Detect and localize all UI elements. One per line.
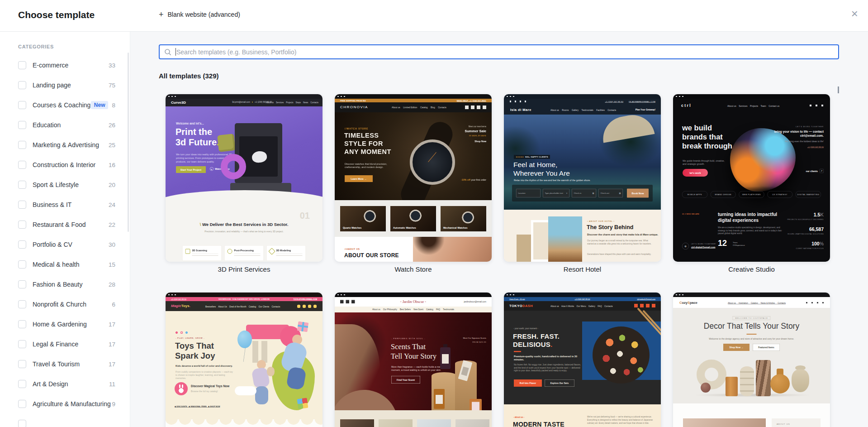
hero-title-line1: Scents That [391, 342, 436, 351]
hero-title: FRESH. FAST. DELISIOUS. [513, 332, 560, 349]
category-ecommerce[interactable]: E-commerce33 [0, 55, 130, 75]
search-input[interactable]: Search templates (e.g. Business, Portfol… [159, 44, 839, 59]
category-construction[interactable]: Construction & Interior16 [0, 155, 130, 175]
cube-graphic [217, 134, 236, 152]
logo-part2: Toys [181, 304, 190, 308]
category-count: 8 [112, 102, 115, 109]
template-card-jardin-obscur[interactable]: - Jardin Obscur - jardinobscur@email.com… [335, 293, 492, 427]
templates-grid: Curve3D 3d.print@email.com +1 (234) 567 … [166, 94, 830, 427]
hero-title-accent: . [550, 341, 552, 349]
hero-title-line1: Print the [175, 126, 219, 137]
categories-sidebar: CATEGORIES E-commerce33 Landing page75 C… [0, 31, 130, 427]
template-card-resort-hotel[interactable]: +1 (234) 567 89 90 ISLADIMARE@EMAIL.COM … [504, 94, 661, 262]
checkin-label: Check-in [574, 192, 582, 194]
checkbox[interactable] [18, 201, 26, 209]
category-marketing[interactable]: Marketing & Advertising25 [0, 135, 130, 155]
category-agriculture[interactable]: Agriculture & Manufacturing9 [0, 394, 130, 414]
section-number: 01 [300, 211, 310, 221]
template-card-cozyspace[interactable]: CozySpace About us Inspiration Catalog N… [673, 293, 830, 427]
category-business-it[interactable]: Business & IT24 [0, 195, 130, 215]
category-art-design[interactable]: Art & Design11 [0, 374, 130, 394]
perfume-bottle [434, 389, 445, 409]
checkbox[interactable] [18, 380, 26, 388]
bunny-icon [175, 382, 188, 395]
checkbox[interactable] [18, 420, 26, 427]
feature-label: Post-Processing [234, 249, 254, 252]
hero-title-line2: DELISIOUS [513, 341, 550, 349]
checkbox[interactable] [18, 340, 26, 348]
checkbox[interactable] [18, 360, 26, 368]
checkbox[interactable] [18, 61, 26, 69]
checkbox[interactable] [18, 121, 26, 129]
checkbox[interactable] [18, 240, 26, 249]
small-vase-graphic [701, 383, 711, 393]
template-card-watch-store[interactable]: FREE SHIPPING FROM $50 NEED HELP: +1 (23… [335, 94, 492, 262]
checkbox[interactable] [18, 280, 26, 288]
checkbox[interactable] [18, 221, 26, 229]
template-card-3d-print[interactable]: Curve3D 3d.print@email.com +1 (234) 567 … [166, 94, 323, 262]
category-home-gardening[interactable]: Home & Gardening17 [0, 314, 130, 334]
booking-bar: Location Type placeholder text∨ Check-in… [512, 185, 653, 202]
template-tile-tokyodash: Open 8 am - 10 pm +1 (234) 567 89 00 tok… [504, 293, 661, 427]
blank-website-button[interactable]: + Blank website (advanced) [159, 11, 240, 18]
checkbox[interactable] [18, 161, 26, 169]
feature-icon [185, 249, 190, 254]
category-nonprofit[interactable]: Nonprofit & Church6 [0, 294, 130, 314]
site-menu: Bestsellers About Us Deal of the Month C… [205, 305, 280, 308]
template-card-tokyodash[interactable]: Open 8 am - 10 pm +1 (234) 567 89 00 tok… [504, 293, 661, 427]
stat-block: 1.5K PROJECTS SUCCESSFULLY DELIVERED [787, 212, 824, 221]
dropdown-value: Type placeholder text [545, 192, 563, 194]
booking-field-checkin: Check-in▦ [572, 189, 596, 197]
about-kicker: //ABOUT US [345, 248, 360, 250]
close-icon[interactable]: × [851, 8, 858, 19]
category-landing-page[interactable]: Landing page75 [0, 75, 130, 95]
category-medical[interactable]: Medical & health15 [0, 254, 130, 274]
site-menu: About us Our Philosophy Best Sellers New… [335, 308, 492, 311]
checkbox[interactable] [18, 141, 26, 149]
category-travel[interactable]: Travel & Tourism17 [0, 354, 130, 374]
template-name: 3D Print Services [166, 265, 323, 276]
category-count: 17 [109, 361, 115, 368]
feature-text-lines [192, 254, 218, 257]
checkbox[interactable] [18, 81, 26, 89]
template-card-creative-studio[interactable]: ctrl About us Services Projects Team Con… [673, 94, 830, 262]
gourd-vase-graphic [792, 369, 809, 392]
category-portfolio-cv[interactable]: Portfolio & CV30 [0, 235, 130, 254]
sidebar-scrollbar[interactable] [128, 53, 129, 232]
content-scrollbar[interactable] [838, 86, 839, 93]
category-count: 22 [109, 221, 115, 228]
hero-kicker: //WATCH STORE [345, 127, 368, 130]
about-title: The Story Behind [587, 224, 633, 230]
hero-title-line3: break through [682, 141, 732, 150]
checkbox[interactable] [18, 320, 26, 328]
sushi-platter-graphic [593, 326, 650, 384]
category-courses-coaching[interactable]: Courses & CoachingNew8 [0, 95, 130, 115]
who-title: turning ideas into impactful digital exp… [718, 211, 781, 223]
template-tile-watch-store: FREE SHIPPING FROM $50 NEED HELP: +1 (23… [335, 94, 492, 276]
kid-figure [255, 386, 268, 404]
template-card-magictoys[interactable]: +1 (234) 567 89 90 SHOWROOM: 123A EASEMO… [166, 293, 323, 427]
window-dots-icon [337, 96, 347, 97]
category-education[interactable]: Education26 [0, 115, 130, 135]
checkbox[interactable] [18, 300, 26, 308]
checkbox[interactable] [18, 260, 26, 269]
stat-number: 66,587 [787, 226, 824, 232]
category-fashion[interactable]: Fashion & Beauty28 [0, 274, 130, 294]
footer-kicker: LET'S WORK TOGETHER! [691, 243, 716, 245]
promo-dates: 10 AUG-20 AUG [441, 134, 486, 137]
logo-part3: . [190, 304, 190, 308]
category-partial-row[interactable] [0, 414, 130, 427]
category-label: Restaurant & Food [33, 221, 86, 228]
site-logo: Curve3D [171, 101, 186, 105]
category-restaurant[interactable]: Restaurant & Food22 [0, 215, 130, 235]
checkbox[interactable] [18, 181, 26, 189]
service-pill: MOBILE APPS [682, 191, 707, 198]
template-tile-creative-studio: ctrl About us Services Projects Team Con… [673, 94, 830, 276]
feature-icon [228, 249, 232, 254]
checkbox[interactable] [18, 101, 26, 109]
category-legal-finance[interactable]: Legal & Finance17 [0, 334, 130, 354]
about-paragraph: Our journey began as a small retreat by … [587, 239, 653, 245]
window-dots-icon [507, 96, 517, 97]
category-sport[interactable]: Sport & Lifestyle20 [0, 175, 130, 195]
checkbox[interactable] [18, 400, 26, 408]
